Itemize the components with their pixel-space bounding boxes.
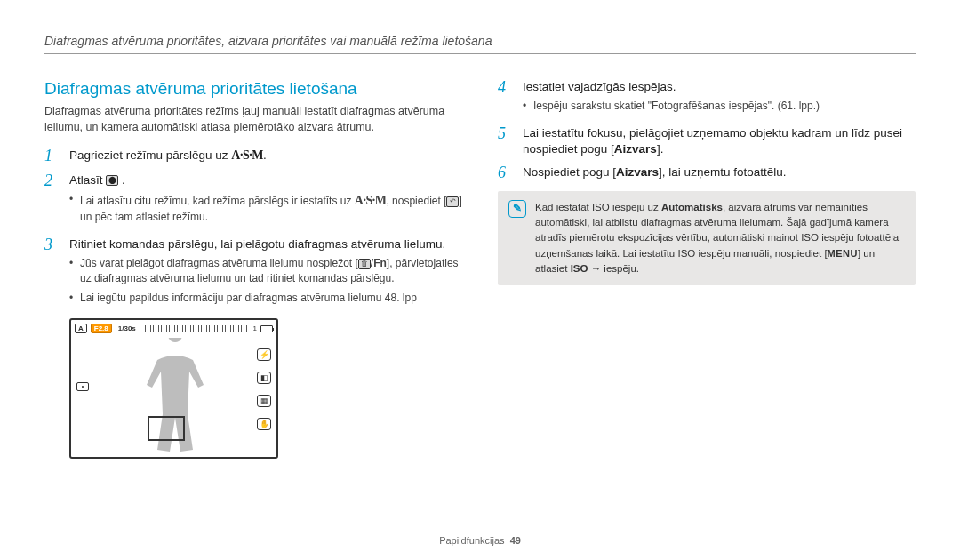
metering-icon: ◧ bbox=[257, 372, 271, 384]
shot-count: 1 bbox=[253, 324, 257, 332]
step-number: 6 bbox=[498, 164, 512, 182]
step-number: 4 bbox=[498, 79, 512, 118]
step-1: 1 Pagrieziet režīmu pārslēgu uz A·S·M. bbox=[44, 148, 462, 165]
trash-icon: 🗑 bbox=[358, 259, 371, 269]
step-text: Iestatiet vajadzīgās iespējas. bbox=[523, 80, 676, 93]
page-footer: Papildfunkcijas 49 bbox=[0, 535, 960, 546]
mode-dial-icon: A·S·M bbox=[355, 194, 387, 207]
step-text: Atlasīt bbox=[69, 173, 106, 187]
exposure-ruler bbox=[145, 325, 247, 332]
step-number: 2 bbox=[44, 172, 59, 229]
shutter-badge: 1/30s bbox=[116, 324, 139, 332]
shutter-label: Aizvars bbox=[616, 165, 659, 179]
step-number: 5 bbox=[498, 125, 512, 157]
aperture-badge: F2.8 bbox=[91, 324, 112, 333]
info-icon: ✎ bbox=[508, 200, 526, 218]
intro-text: Diafragmas atvēruma prioritātes režīms ļ… bbox=[44, 104, 462, 135]
step-2: 2 Atlasīt ⬤ . Lai atlasītu citu režīmu, … bbox=[44, 172, 462, 229]
stabilizer-icon: ✋ bbox=[257, 418, 271, 430]
info-note: ✎ Kad iestatāt ISO iespēju uz Automātisk… bbox=[498, 191, 916, 285]
menu-button-label: MENU bbox=[828, 248, 858, 259]
breadcrumb-header: Diafragmas atvēruma prioritātes, aizvara… bbox=[44, 34, 916, 54]
step-text: Ritiniet komandas pārslēgu, lai pielāgot… bbox=[69, 237, 445, 251]
mode-dial-icon: A·S·M bbox=[231, 148, 263, 162]
fn-label: Fn bbox=[373, 257, 387, 269]
sd-card-icon: • bbox=[76, 382, 89, 391]
step-number: 1 bbox=[44, 148, 59, 165]
shutter-label: Aizvars bbox=[614, 142, 657, 156]
step-sub: Iespēju sarakstu skatiet "Fotografēšanas… bbox=[523, 99, 916, 114]
step-text: Nospiediet pogu [ bbox=[523, 165, 616, 179]
battery-icon bbox=[260, 325, 273, 332]
drive-icon: ▦ bbox=[257, 395, 271, 407]
step-4: 4 Iestatiet vajadzīgās iespējas. Iespēju… bbox=[498, 79, 916, 118]
step-text: Lai iestatītu fokusu, pielāgojiet uzņema… bbox=[523, 126, 902, 156]
step-sub: Lai iegūtu papildus informāciju par diaf… bbox=[69, 291, 462, 306]
step-5: 5 Lai iestatītu fokusu, pielāgojiet uzņe… bbox=[498, 125, 916, 157]
step-sub: Lai atlasītu citu režīmu, kad režīma pār… bbox=[69, 192, 462, 226]
mode-badge: A bbox=[75, 324, 87, 333]
step-6: 6 Nospiediet pogu [Aizvars], lai uzņemtu… bbox=[498, 164, 916, 182]
camera-preview: A F2.8 1/30s 1 • ⚡ ◧ ▦ ✋ bbox=[69, 318, 278, 459]
step-number: 3 bbox=[44, 236, 59, 309]
back-icon: ↶ bbox=[446, 196, 459, 207]
section-title: Diafragmas atvēruma prioritātes lietošan… bbox=[44, 79, 462, 99]
flash-icon: ⚡ bbox=[257, 348, 271, 361]
aperture-mode-icon: ⬤ bbox=[106, 175, 118, 186]
left-column: Diafragmas atvēruma prioritātes lietošan… bbox=[44, 79, 462, 459]
right-column: 4 Iestatiet vajadzīgās iespējas. Iespēju… bbox=[498, 79, 916, 459]
step-sub: Jūs varat pielāgot diafragmas atvēruma l… bbox=[69, 256, 462, 287]
step-3: 3 Ritiniet komandas pārslēgu, lai pielāg… bbox=[44, 236, 462, 309]
focus-rectangle bbox=[148, 416, 185, 441]
step-text: Pagrieziet režīmu pārslēgu uz bbox=[69, 148, 231, 162]
note-text: Kad iestatāt ISO iespēju uz Automātisks,… bbox=[535, 200, 905, 276]
